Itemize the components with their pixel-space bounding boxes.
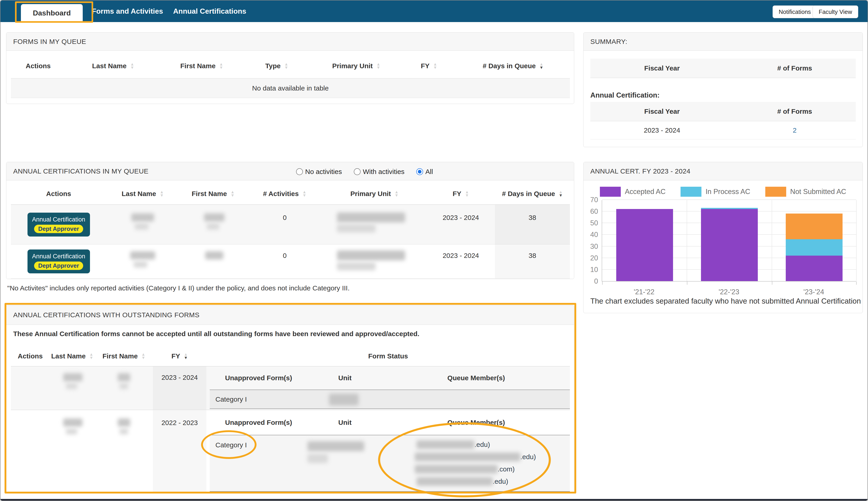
forms-in-my-queue-panel: FORMS IN MY QUEUE Actions Last Name ▲▼ F… [6,32,574,104]
sort-icon[interactable]: ▲▼ [231,190,235,197]
legend-item-accepted-ac: Accepted AC [600,187,666,197]
chart-y-tick-label: 20 [590,254,598,262]
sort-icon[interactable]: ▲▼ [394,190,398,197]
redacted-unit [307,390,382,408]
col-header-fy[interactable]: FY ▲▼ [153,346,206,366]
sort-icon[interactable]: ▲▼ [89,353,94,360]
chart-bar-segment-in-process-ac [701,208,758,209]
col-header-first-name[interactable]: First Name ▲▼ [95,346,153,366]
chart-x-tick-label: '23-'24 [780,288,848,296]
col-header-first-name[interactable]: First Name ▲▼ [161,53,243,78]
queue-member: .com) [415,463,570,475]
num-activities-value: 0 [247,244,322,278]
chart-y-tick-label: 0 [594,277,598,285]
sort-icon[interactable]: ▲▼ [376,63,381,70]
col-header-fy[interactable]: FY ▲▼ [402,53,456,78]
col-header-first-name[interactable]: First Name ▲▼ [179,183,247,204]
col-header-fy[interactable]: FY ▲▼ [427,183,495,204]
nested-col-unapproved-forms: Unapproved Form(s) [210,374,307,382]
summary-title: SUMMARY: [583,33,862,51]
sort-icon[interactable]: ▲▼ [184,353,188,360]
radio-label: All [425,168,433,175]
filter-all[interactable]: All [416,168,433,175]
sort-icon[interactable]: ▲▼ [284,63,288,70]
legend-item-in-process-ac: In Process AC [681,187,750,197]
chart-y-tick-label: 10 [590,266,598,274]
redacted-primary-unit [322,244,427,278]
col-header-num-activities[interactable]: # Activities ▲▼ [247,183,322,204]
col-header-primary-unit[interactable]: Primary Unit ▲▼ [322,183,427,204]
chart-bar [616,200,673,281]
legend-label: Not Submitted AC [790,188,846,196]
window-bottom-edge [0,499,868,501]
col-label: First Name [180,62,216,70]
sort-icon[interactable]: ▲▼ [303,190,307,197]
dept-approver-badge: Dept Approver [34,225,83,233]
chart-axis-tick [856,281,857,285]
col-label: FY [421,62,429,70]
sort-icon[interactable]: ▲▼ [130,63,134,70]
col-label: FY [453,190,461,198]
certs-in-my-queue-panel: ANNUAL CERTIFICATIONS IN MY QUEUE No act… [6,162,574,279]
faculty-view-button[interactable]: Faculty View [813,6,858,18]
redacted-first-name [95,410,153,493]
tab-dashboard[interactable]: Dashboard [21,4,83,22]
chart-gridline [772,200,772,281]
legend-label: In Process AC [705,188,750,196]
annual-certification-button[interactable]: Annual Certification Dept Approver [28,213,90,236]
col-label: # Activities [263,190,299,198]
button-label: Annual Certification [32,216,85,223]
sort-icon[interactable]: ▲▼ [219,63,223,70]
radio-icon[interactable] [354,168,361,175]
top-navbar: Dashboard Forms and Activities Annual Ce… [0,0,868,22]
tab-forms-and-activities[interactable]: Forms and Activities [92,0,163,22]
certs-in-my-queue-title: ANNUAL CERTIFICATIONS IN MY QUEUE [7,162,574,180]
notifications-button[interactable]: Notifications [772,6,817,18]
tab-annual-certifications[interactable]: Annual Certifications [173,0,246,22]
chart-y-tick-label: 40 [590,231,598,239]
sort-icon[interactable]: ▲▼ [465,190,469,197]
col-header-last-name[interactable]: Last Name ▲▼ [65,53,161,78]
sort-icon[interactable]: ▲▼ [141,353,145,360]
radio-icon[interactable] [296,168,303,175]
summary-num-forms-link[interactable]: 2 [793,126,796,134]
chart-caption: The chart excludes separated faculty who… [590,297,861,306]
filter-no-activities[interactable]: No activities [296,168,342,175]
unapproved-form-name: Category I [210,435,307,491]
col-header-days-in-queue[interactable]: # Days in Queue ▲▼ [495,183,570,204]
empty-table-message: No data available in table [11,79,570,98]
col-label: # Days in Queue [502,190,555,198]
redacted-first-name [95,366,153,410]
sort-icon[interactable]: ▲▼ [433,63,437,70]
col-header-primary-unit[interactable]: Primary Unit ▲▼ [311,53,402,78]
fy-value: 2023 - 2024 [427,244,495,278]
col-header-last-name[interactable]: Last Name ▲▼ [106,183,179,204]
col-header-type[interactable]: Type ▲▼ [243,53,311,78]
no-activities-footnote: "No Activites" includes only reported ac… [7,284,350,292]
annual-certification-label: Annual Certification: [590,91,660,99]
filter-with-activities[interactable]: With activities [354,168,405,175]
sort-icon[interactable]: ▲▼ [160,190,164,197]
chart-plot [602,200,856,281]
outstanding-forms-note: These Annual Certification forms cannot … [13,330,419,338]
annual-certification-button[interactable]: Annual Certification Dept Approver [28,249,90,273]
radio-icon-selected[interactable] [416,168,423,175]
summary-row-fiscal-year: 2023 - 2024 [590,121,734,139]
legend-item-not-submitted-ac: Not Submitted AC [765,187,846,197]
col-header-days-in-queue[interactable]: # Days in Queue ▲▼ [456,53,570,78]
legend-label: Accepted AC [625,188,666,196]
chart-y-tick-label: 50 [590,219,598,227]
col-header-last-name[interactable]: Last Name ▲▼ [50,346,95,366]
chart-gridline [856,200,857,281]
col-label: FY [171,352,180,360]
activities-filter: No activities With activities All [296,168,433,175]
sort-icon[interactable]: ▲▼ [559,190,563,197]
col-label: Last Name [92,62,127,70]
fy-value: 2022 - 2023 [153,410,206,493]
queue-member: .edu) [417,438,570,451]
sort-icon[interactable]: ▲▼ [539,63,543,70]
legend-swatch [600,187,621,197]
col-header-actions: Actions [11,183,106,204]
legend-swatch [765,187,786,197]
queue-member: .edu) [417,475,570,488]
